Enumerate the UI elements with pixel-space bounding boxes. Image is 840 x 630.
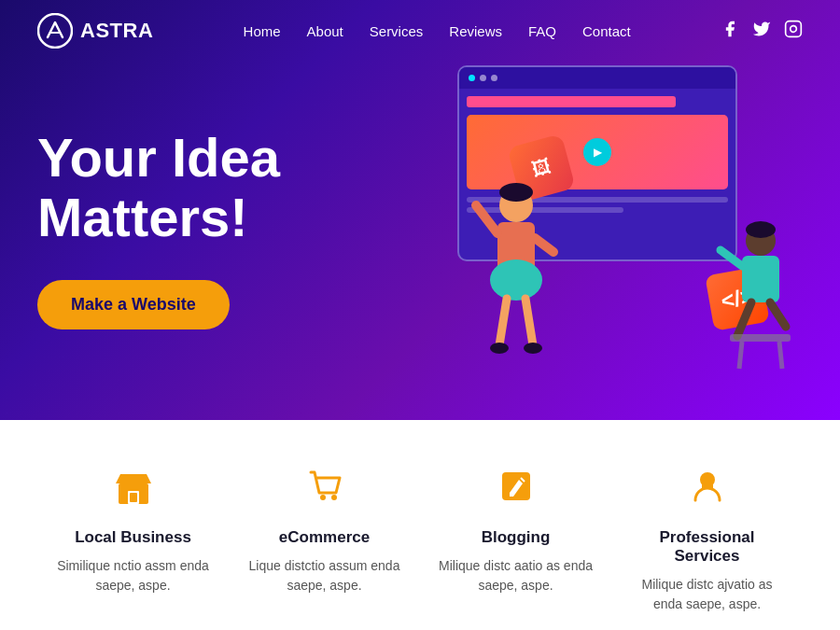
card-local-business: Local Business Similique nctio assm enda… [37, 467, 229, 614]
card-professional-services: Professional Services Milique distc ajva… [611, 467, 803, 614]
twitter-icon[interactable] [752, 20, 771, 43]
logo[interactable]: ASTRA [37, 13, 153, 49]
svg-line-17 [737, 302, 751, 336]
card-professional-services-title: Professional Services [630, 528, 784, 566]
svg-rect-30 [702, 484, 713, 489]
social-links [721, 20, 803, 43]
card-blogging-title: Blogging [439, 528, 593, 547]
svg-line-9 [499, 299, 507, 345]
header: ASTRA Home About Services Reviews FAQ Co… [0, 0, 840, 62]
svg-line-20 [739, 342, 742, 369]
hero-illustration: ▶ 🖼 </> [420, 47, 812, 383]
card-ecommerce-desc: Lique distctio assum enda saepe, aspe. [247, 556, 401, 595]
svg-line-18 [770, 302, 786, 327]
svg-point-14 [746, 221, 776, 238]
hero-content: Your Idea Matters! Make a Website [0, 128, 317, 330]
instagram-icon[interactable] [784, 20, 803, 43]
main-nav: Home About Services Reviews FAQ Contact [244, 23, 631, 39]
svg-rect-15 [742, 256, 779, 302]
brand-name: ASTRA [80, 19, 153, 43]
logo-icon [37, 13, 73, 49]
svg-point-25 [320, 495, 326, 500]
browser-dot-3 [491, 75, 497, 81]
svg-rect-1 [786, 21, 802, 36]
card-local-business-desc: Similique nctio assm enda saepe, aspe. [56, 556, 210, 595]
blogging-icon [439, 467, 593, 515]
card-blogging-desc: Milique distc aatio as enda saepe, aspe. [439, 556, 593, 595]
nav-faq[interactable]: FAQ [528, 23, 556, 39]
play-button-icon: ▶ [583, 138, 611, 166]
ecommerce-icon [247, 467, 401, 515]
svg-line-21 [779, 342, 782, 369]
card-professional-services-desc: Milique distc ajvatio as enda saepe, asp… [630, 575, 784, 614]
svg-line-8 [535, 238, 553, 252]
svg-rect-24 [130, 493, 137, 502]
nav-reviews[interactable]: Reviews [449, 23, 502, 39]
nav-services[interactable]: Services [370, 23, 424, 39]
svg-point-0 [38, 14, 72, 48]
local-business-icon [56, 467, 210, 515]
facebook-icon[interactable] [721, 20, 739, 43]
browser-dot-2 [480, 75, 486, 81]
cards-section: Local Business Similique nctio assm enda… [0, 420, 840, 630]
cta-button[interactable]: Make a Website [37, 280, 230, 329]
svg-rect-19 [730, 334, 791, 342]
card-ecommerce: eCommerce Lique distctio assum enda saep… [229, 467, 420, 614]
svg-point-4 [499, 183, 533, 202]
svg-line-10 [525, 299, 533, 345]
person2-illustration [719, 215, 803, 373]
hero-title-line1: Your Idea [37, 127, 280, 188]
svg-point-12 [524, 343, 542, 354]
card-ecommerce-title: eCommerce [247, 528, 401, 547]
svg-point-6 [490, 259, 542, 301]
person1-illustration [471, 177, 560, 373]
hero-section: Your Idea Matters! Make a Website ▶ [0, 0, 840, 420]
hero-title-line2: Matters! [37, 187, 248, 247]
svg-line-16 [721, 250, 742, 266]
card-local-business-title: Local Business [56, 528, 210, 547]
hero-title: Your Idea Matters! [37, 128, 280, 247]
card-blogging: Blogging Milique distc aatio as enda sae… [420, 467, 611, 614]
browser-titlebar [459, 67, 735, 89]
nav-contact[interactable]: Contact [582, 23, 631, 39]
nav-about[interactable]: About [307, 23, 343, 39]
svg-point-26 [331, 495, 337, 500]
svg-point-11 [490, 343, 509, 354]
professional-services-icon [630, 467, 784, 515]
browser-dot-1 [469, 75, 475, 81]
nav-home[interactable]: Home [244, 23, 281, 39]
svg-line-7 [476, 205, 497, 233]
browser-nav-bar [467, 96, 676, 107]
